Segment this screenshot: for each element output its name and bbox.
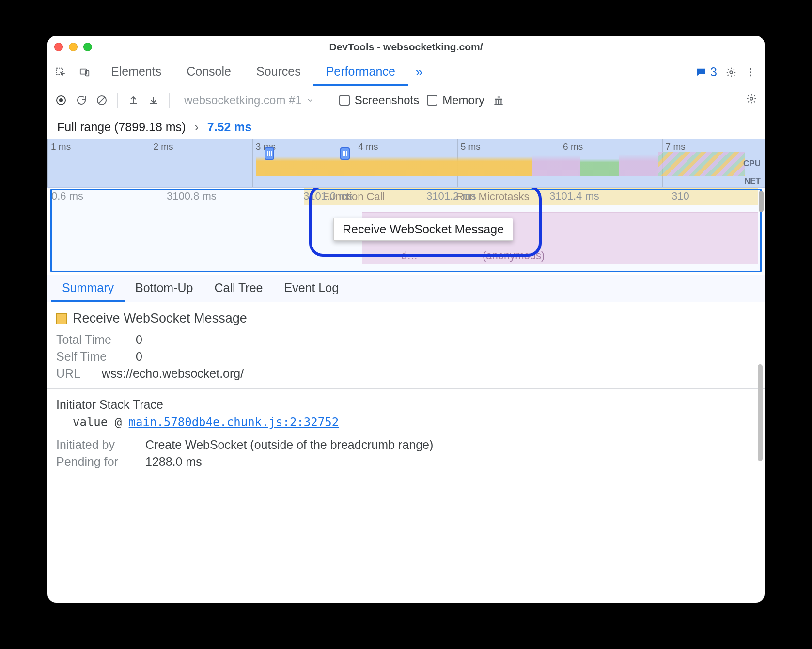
full-range-label: Full range (7899.18 ms) — [57, 120, 186, 134]
performance-toolbar: websocketking.com #1 Screenshots Memory — [47, 86, 765, 114]
title-bar: DevTools - websocketking.com/ — [47, 36, 765, 58]
flame-scrollbar[interactable] — [758, 191, 765, 272]
overview-handle-right[interactable] — [340, 147, 350, 160]
scrollbar-thumb[interactable] — [758, 364, 763, 461]
memory-checkbox[interactable]: Memory — [427, 93, 484, 107]
stack-trace-line: value @ main.5780db4e.chunk.js:2:32752 — [56, 416, 756, 429]
reload-record-icon[interactable] — [76, 94, 87, 106]
screenshots-checkbox[interactable]: Screenshots — [339, 93, 419, 107]
initiated-by-value: Create WebSocket (outside of the breadcr… — [145, 438, 433, 452]
checkbox-box — [427, 95, 437, 106]
collect-garbage-icon[interactable] — [492, 94, 505, 107]
initiated-by-label: Initiated by — [56, 438, 134, 452]
upload-profile-icon[interactable] — [127, 94, 139, 106]
svg-point-4 — [750, 68, 751, 70]
window-title: DevTools - websocketking.com/ — [47, 41, 765, 53]
issues-count: 3 — [710, 65, 717, 79]
svg-point-3 — [730, 71, 733, 74]
timeline-overview[interactable]: 1 ms 2 ms 3 ms 4 ms 5 ms 6 ms 7 ms CPU N… — [47, 139, 765, 188]
ruler-tick: 3101.4 ms — [549, 190, 599, 202]
details-tab-eventlog[interactable]: Event Log — [274, 275, 350, 302]
svg-point-8 — [59, 98, 63, 102]
scrollbar-thumb[interactable] — [759, 191, 764, 212]
more-tabs-button[interactable]: » — [408, 58, 430, 86]
stack-fn: value — [73, 416, 108, 429]
total-time-value: 0 — [136, 333, 142, 347]
url-value: wss://echo.websocket.org/ — [102, 367, 244, 381]
flame-tooltip-text: Receive WebSocket Message — [343, 222, 504, 236]
tab-performance[interactable]: Performance — [313, 58, 408, 86]
zoomed-range-label: 7.52 ms — [207, 120, 252, 134]
chevron-down-icon — [306, 96, 314, 105]
devtools-window: DevTools - websocketking.com/ Elements C… — [47, 36, 765, 603]
recording-selector[interactable]: websocketking.com #1 — [179, 93, 319, 108]
recording-selector-label: websocketking.com #1 — [184, 93, 302, 107]
flame-ruler: 0.6 ms 3100.8 ms 3101.0 ms 3101.2 ms 310… — [47, 190, 765, 203]
flame-tooltip: Receive WebSocket Message — [333, 218, 513, 241]
flame-event-d: d… — [397, 247, 422, 264]
screenshots-label: Screenshots — [355, 93, 419, 107]
summary-panel: Receive WebSocket Message Total Time0 Se… — [47, 302, 765, 480]
panel-tabs: Elements Console Sources Performance — [98, 58, 408, 86]
ruler-tick: 3100.8 ms — [167, 190, 217, 202]
overview-cpu-label: CPU — [743, 159, 761, 169]
ruler-tick: 0.6 ms — [51, 190, 83, 202]
url-label: URL — [56, 367, 90, 381]
memory-label: Memory — [442, 93, 484, 107]
svg-point-10 — [750, 97, 753, 100]
stack-source-link[interactable]: main.5780db4e.chunk.js:2:32752 — [129, 416, 339, 429]
details-tab-bottomup[interactable]: Bottom-Up — [125, 275, 203, 302]
checkbox-box — [339, 95, 350, 106]
inspect-element-icon[interactable] — [55, 67, 66, 77]
svg-point-5 — [750, 71, 751, 73]
range-breadcrumb[interactable]: Full range (7899.18 ms) › 7.52 ms — [47, 114, 765, 139]
overview-tick: 2 ms — [150, 139, 252, 187]
tab-sources[interactable]: Sources — [244, 58, 313, 86]
pending-for-label: Pending for — [56, 455, 134, 469]
settings-icon[interactable] — [726, 67, 736, 77]
details-tabs: Summary Bottom-Up Call Tree Event Log — [47, 275, 765, 302]
ruler-tick: 3101.2 ms — [426, 190, 476, 202]
stack-at: @ — [115, 416, 122, 429]
flame-event-anon: (anonymous) — [479, 247, 548, 264]
self-time-label: Self Time — [56, 350, 124, 364]
ruler-tick: 310 — [671, 190, 689, 202]
summary-event-title: Receive WebSocket Message — [56, 311, 756, 326]
pending-for-value: 1288.0 ms — [145, 455, 202, 469]
stack-trace-title: Initiator Stack Trace — [56, 398, 756, 412]
overview-cpu-graph — [256, 152, 759, 176]
clear-icon[interactable] — [96, 94, 108, 106]
tab-elements[interactable]: Elements — [98, 58, 174, 86]
message-icon — [696, 67, 706, 77]
record-button-icon[interactable] — [55, 94, 67, 106]
kebab-menu-icon[interactable] — [745, 67, 756, 77]
details-tab-summary[interactable]: Summary — [51, 275, 125, 302]
self-time-value: 0 — [136, 350, 142, 364]
download-profile-icon[interactable] — [148, 94, 159, 106]
chevron-right-icon: › — [194, 120, 198, 134]
summary-scrollbar[interactable] — [757, 361, 764, 597]
panel-tabstrip: Elements Console Sources Performance » 3 — [47, 58, 765, 86]
ruler-tick: 3101.0 ms — [303, 190, 353, 202]
tab-console[interactable]: Console — [174, 58, 244, 86]
issues-badge[interactable]: 3 — [696, 65, 717, 79]
device-toolbar-icon[interactable] — [79, 67, 90, 77]
details-tab-calltree[interactable]: Call Tree — [203, 275, 273, 302]
overview-handle-left[interactable] — [265, 147, 274, 160]
overview-tick: 1 ms — [47, 139, 150, 187]
color-swatch-icon — [56, 313, 67, 324]
svg-point-6 — [750, 74, 751, 76]
total-time-label: Total Time — [56, 333, 124, 347]
overview-net-label: NET — [744, 176, 761, 186]
flame-chart[interactable]: Function Call Run Microtasks d… (anonymo… — [47, 188, 765, 275]
capture-settings-icon[interactable] — [746, 93, 757, 104]
svg-rect-0 — [57, 68, 63, 74]
summary-event-name: Receive WebSocket Message — [73, 311, 247, 326]
